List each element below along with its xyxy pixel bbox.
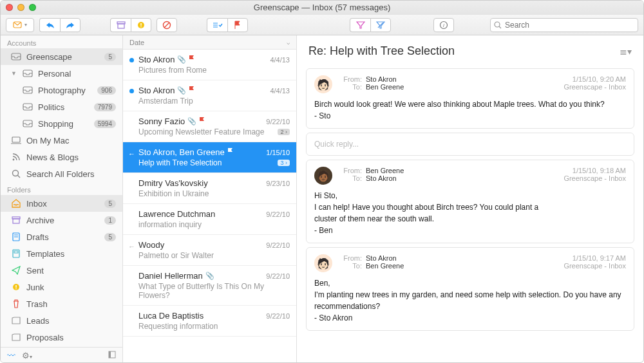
sidebar-account-news-blogs[interactable]: News & Blogs xyxy=(1,149,122,165)
compose-button[interactable]: ▾ xyxy=(6,18,34,32)
sidebar-item-label: Photography xyxy=(38,86,92,95)
sidebar-folder-leads[interactable]: Leads xyxy=(1,312,122,329)
svg-rect-5 xyxy=(140,26,141,27)
message-row[interactable]: Sonny Fazio📎9/22/10Upcoming Newsletter F… xyxy=(123,111,296,142)
sidebar-account-on-my-mac[interactable]: On My Mac xyxy=(1,132,122,149)
search-input[interactable] xyxy=(490,18,638,32)
to-value: Ben Greene xyxy=(366,262,404,270)
sidebar-folder-junk[interactable]: Junk xyxy=(1,279,122,295)
count-badge: 906 xyxy=(97,86,116,95)
svg-rect-2 xyxy=(118,24,124,28)
message-subject: Requesting information xyxy=(138,322,218,331)
activity-icon[interactable]: 〰 xyxy=(7,351,15,360)
block-button[interactable] xyxy=(156,18,177,32)
sidebar-folder-drafts[interactable]: Drafts5 xyxy=(1,228,122,245)
message-row[interactable]: Dmitry Vas'kovskiy9/23/10Exhibition in U… xyxy=(123,173,296,204)
window-titlebar: Greenscape — Inbox (57 messages) xyxy=(1,1,643,15)
sidebar-item-label: Politics xyxy=(38,102,89,112)
message-row[interactable]: Sto Akron📎4/4/13Pictures from Rome xyxy=(123,50,296,80)
folder-icon xyxy=(23,120,33,127)
sidebar-folder-archive[interactable]: Archive1 xyxy=(1,212,122,228)
unread-dot-icon xyxy=(129,89,134,93)
message-list-header[interactable]: Date ⌵ xyxy=(123,35,296,50)
forward-button[interactable] xyxy=(60,18,80,32)
message-date: 9/22/10 xyxy=(266,241,290,249)
message-row[interactable]: ←Sto Akron, Ben Greene1/15/10Help with T… xyxy=(123,142,296,173)
message-row[interactable]: Daniel Hellerman📎9/22/10What Type of But… xyxy=(123,266,296,306)
message-subject: information inquiry xyxy=(138,220,202,229)
toolbar: ▾ i xyxy=(1,15,643,35)
sidebar-folder-templates[interactable]: Templates xyxy=(1,245,122,262)
folder-icon xyxy=(11,136,21,144)
search-icon xyxy=(494,21,502,32)
sidebar: Accounts Greenscape5▼PersonalPhotography… xyxy=(1,35,123,363)
sidebar-item-label: Leads xyxy=(26,316,116,326)
folder-icon xyxy=(23,103,33,111)
message-timestamp: 1/15/10, 9:18 AM xyxy=(564,167,626,174)
settings-gear-icon[interactable]: ⚙︎▾ xyxy=(22,351,32,360)
message-row[interactable]: Lawrence Dutchman9/22/10information inqu… xyxy=(123,204,296,235)
sidebar-account-photography[interactable]: Photography906 xyxy=(1,82,122,98)
message-subject: Palmetto or Sir Walter xyxy=(138,251,214,260)
mark-read-button[interactable] xyxy=(207,18,227,32)
junk-button[interactable] xyxy=(131,18,151,32)
attachment-icon: 📎 xyxy=(177,86,186,95)
sidebar-account-politics[interactable]: Politics7979 xyxy=(1,98,122,115)
archive-button[interactable] xyxy=(110,18,131,32)
search-box[interactable] xyxy=(490,18,638,32)
sidebar-account-greenscape[interactable]: Greenscape5 xyxy=(1,48,122,65)
sort-chevron-icon: ⌵ xyxy=(287,39,290,46)
sidebar-item-label: Search All Folders xyxy=(26,169,116,179)
from-value: Sto Akron xyxy=(366,75,397,83)
info-button[interactable]: i xyxy=(433,18,454,32)
attachment-icon: 📎 xyxy=(177,55,186,64)
sidebar-folder-proposals[interactable]: Proposals xyxy=(1,329,122,346)
sidebar-folder-inbox[interactable]: Inbox5 xyxy=(1,195,122,212)
flag-icon xyxy=(189,55,195,64)
count-badge: 5994 xyxy=(94,120,116,128)
flag-button[interactable] xyxy=(227,18,248,32)
svg-line-7 xyxy=(164,23,169,28)
accounts-section-label: Accounts xyxy=(1,35,122,48)
clear-filter-button[interactable] xyxy=(370,18,391,32)
svg-point-23 xyxy=(13,159,15,161)
collapse-sidebar-icon[interactable] xyxy=(108,351,116,360)
message-row[interactable]: ←Woody9/22/10Palmetto or Sir Walter xyxy=(123,235,296,266)
sidebar-item-label: News & Blogs xyxy=(26,153,116,162)
trash-icon xyxy=(11,299,21,308)
sidebar-folder-trash[interactable]: Trash xyxy=(1,295,122,312)
unread-dot-icon xyxy=(129,58,134,62)
message-subject: Upcoming Newsletter Feature Image xyxy=(138,127,264,136)
drafts-icon xyxy=(11,232,21,241)
count-badge: 1 xyxy=(104,216,116,225)
message-row[interactable]: Sto Akron📎4/4/13Amsterdam Trip xyxy=(123,80,296,111)
folder-icon xyxy=(23,86,33,94)
message-from: Dmitry Vas'kovskiy xyxy=(138,178,208,188)
message-body: Ben, I'm planting new trees in my garden… xyxy=(314,277,626,324)
thread-menu-icon[interactable]: ≣▾ xyxy=(620,46,632,57)
message-timestamp: 1/15/10, 9:20 AM xyxy=(564,75,626,83)
thread-subject: Re: Help with Tree Selection xyxy=(308,44,455,58)
sidebar-account-shopping[interactable]: Shopping5994 xyxy=(1,115,122,132)
to-label: To: xyxy=(339,174,362,182)
sidebar-item-label: Greenscape xyxy=(26,52,99,62)
to-value: Ben Greene xyxy=(366,83,404,91)
message-from: Sto Akron xyxy=(138,86,175,95)
svg-rect-4 xyxy=(140,23,141,26)
sidebar-account-search-all-folders[interactable]: Search All Folders xyxy=(1,165,122,182)
filter-button[interactable] xyxy=(350,18,370,32)
message-date: 9/22/10 xyxy=(266,210,290,218)
reply-button[interactable] xyxy=(39,18,60,32)
sidebar-item-label: Shopping xyxy=(38,119,89,129)
archive-icon xyxy=(11,216,21,224)
quick-reply-input[interactable]: Quick reply... xyxy=(306,133,634,156)
message-card: 🧑🏾From:Ben GreeneTo:Sto Akron1/15/10, 9:… xyxy=(306,160,634,243)
message-from: Sonny Fazio xyxy=(138,116,185,126)
reply-arrow-icon: ← xyxy=(128,243,135,250)
sidebar-account-personal[interactable]: ▼Personal xyxy=(1,65,122,82)
svg-rect-21 xyxy=(12,137,20,142)
message-row[interactable]: Luca De Baptistis9/22/10Requesting infor… xyxy=(123,306,296,337)
sidebar-folder-sent[interactable]: Sent xyxy=(1,262,122,279)
sidebar-item-label: Proposals xyxy=(26,333,116,342)
message-subject: What Type of Butterfly Is This On My Flo… xyxy=(138,282,290,300)
